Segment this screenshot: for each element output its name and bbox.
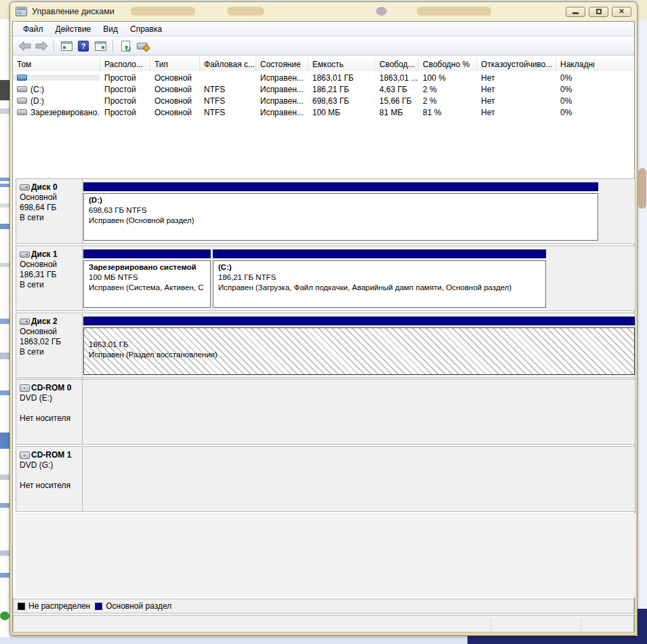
disk-management-window: Управление дисками ✕ Файл Действие Вид С… bbox=[9, 1, 638, 636]
partition-d[interactable]: (D:) 698,63 ГБ NTFS Исправен (Основной р… bbox=[83, 179, 598, 243]
forward-button[interactable] bbox=[34, 39, 49, 54]
menu-help[interactable]: Справка bbox=[124, 22, 168, 36]
disk-2-label[interactable]: Диск 2 Основной 1863,02 ГБ В сети bbox=[16, 313, 83, 378]
minimize-icon bbox=[572, 12, 579, 14]
volume-icon bbox=[17, 86, 27, 92]
column-header-type[interactable]: Тип bbox=[150, 58, 200, 71]
toolbar-separator bbox=[112, 40, 113, 52]
disk-1-graphic: Зарезервировано системой 100 МБ NTFS Исп… bbox=[83, 245, 635, 311]
cdrom-1-row: CD-ROM 1 DVD (G:) Нет носителя bbox=[16, 446, 635, 512]
toolbar: ? ↻ bbox=[13, 37, 634, 56]
disk-0-row: Диск 0 Основной 698,64 ГБ В сети (D:) 69… bbox=[16, 178, 635, 244]
partition-color-bar bbox=[83, 182, 598, 191]
show-action-pane-button[interactable] bbox=[93, 39, 108, 54]
partition-color-bar bbox=[83, 317, 635, 325]
maximize-icon bbox=[596, 9, 602, 14]
column-header-free-pct[interactable]: Свободно % bbox=[419, 58, 477, 71]
column-header-filler bbox=[595, 58, 634, 71]
partition-system-reserved[interactable]: Зарезервировано системой 100 МБ NTFS Исп… bbox=[83, 246, 211, 310]
partition-color-bar bbox=[213, 249, 546, 258]
volume-row-c[interactable]: (C:) Простой Основной NTFS Исправен... 1… bbox=[13, 83, 634, 95]
glass-reflection bbox=[131, 7, 195, 16]
background-smudge bbox=[638, 168, 646, 209]
legend-bar: Не распределен Основной раздел bbox=[13, 599, 634, 613]
menu-file[interactable]: Файл bbox=[17, 22, 49, 36]
forward-arrow-icon bbox=[35, 41, 48, 52]
partition-color-bar bbox=[83, 249, 211, 258]
volume-icon bbox=[17, 109, 27, 115]
column-header-free[interactable]: Свобод... bbox=[375, 58, 419, 71]
back-button[interactable] bbox=[17, 39, 32, 54]
cdrom-1-graphic bbox=[83, 446, 635, 512]
disk-icon bbox=[20, 319, 30, 325]
volume-row-recovery[interactable]: Простой Основной Исправен... 1863,01 ГБ … bbox=[13, 72, 634, 83]
cdrom-icon bbox=[20, 384, 30, 392]
client-area: Файл Действие Вид Справка ? bbox=[12, 21, 635, 632]
minimize-button[interactable] bbox=[566, 7, 585, 17]
primary-partition-color-swatch bbox=[95, 603, 102, 610]
volume-row-system-reserved[interactable]: Зарезервировано... Простой Основной NTFS… bbox=[13, 106, 634, 118]
column-header-fs[interactable]: Файловая с... bbox=[200, 58, 256, 71]
close-button[interactable]: ✕ bbox=[612, 7, 631, 17]
app-icon bbox=[16, 7, 27, 16]
unallocated-color-swatch bbox=[18, 603, 25, 610]
partition-recovery[interactable]: 1863,01 ГБ Исправен (Раздел восстановлен… bbox=[83, 313, 635, 378]
window-title: Управление дисками bbox=[32, 7, 114, 16]
disk-icon bbox=[20, 251, 30, 258]
refresh-icon: ↻ bbox=[121, 41, 130, 52]
disk-1-row: Диск 1 Основной 186,31 ГБ В сети Зарезер… bbox=[16, 245, 635, 311]
help-icon: ? bbox=[78, 41, 89, 52]
column-header-overhead[interactable]: Накладны... bbox=[556, 58, 595, 71]
column-header-capacity[interactable]: Емкость bbox=[308, 58, 375, 71]
cdrom-0-row: CD-ROM 0 DVD (E:) Нет носителя bbox=[16, 379, 635, 445]
cdrom-0-label[interactable]: CD-ROM 0 DVD (E:) Нет носителя bbox=[16, 379, 83, 445]
back-arrow-icon bbox=[18, 41, 31, 52]
disk-2-graphic: 1863,01 ГБ Исправен (Раздел восстановлен… bbox=[83, 313, 635, 378]
disk-0-graphic: (D:) 698,63 ГБ NTFS Исправен (Основной р… bbox=[83, 178, 635, 244]
column-header-status[interactable]: Состояние bbox=[256, 58, 308, 71]
disk-icon bbox=[20, 184, 30, 190]
cdrom-1-label[interactable]: CD-ROM 1 DVD (G:) Нет носителя bbox=[16, 446, 83, 512]
legend-unallocated: Не распределен bbox=[18, 601, 90, 611]
column-header-layout[interactable]: Располо... bbox=[100, 58, 150, 71]
rescan-disks-button[interactable] bbox=[135, 39, 150, 54]
help-button[interactable]: ? bbox=[76, 39, 91, 54]
column-header-fault-tolerance[interactable]: Отказоустойчиво... bbox=[477, 58, 556, 71]
background-taskbar-fragment bbox=[467, 636, 647, 644]
toolbar-separator bbox=[54, 40, 54, 52]
title-bar[interactable]: Управление дисками ✕ bbox=[10, 2, 637, 21]
background-window-right bbox=[638, 0, 647, 644]
volume-list-header: Том Располо... Тип Файловая с... Состоян… bbox=[13, 58, 634, 71]
status-bar-divider bbox=[491, 618, 491, 630]
background-window-left bbox=[0, 0, 9, 644]
action-pane-icon bbox=[95, 41, 106, 51]
menu-bar: Файл Действие Вид Справка bbox=[13, 22, 634, 37]
volume-row-d[interactable]: (D:) Простой Основной NTFS Исправен... 6… bbox=[13, 95, 634, 106]
volume-icon bbox=[17, 98, 27, 104]
menu-action[interactable]: Действие bbox=[49, 22, 98, 36]
refresh-button[interactable]: ↻ bbox=[118, 39, 133, 54]
glass-reflection bbox=[417, 7, 491, 16]
volume-list-pane: Том Располо... Тип Файловая с... Состоян… bbox=[13, 58, 634, 178]
menu-view[interactable]: Вид bbox=[97, 22, 124, 36]
background-navy-fragment bbox=[638, 609, 647, 644]
show-console-tree-button[interactable] bbox=[59, 39, 74, 54]
glass-reflection bbox=[376, 7, 387, 16]
cdrom-icon bbox=[20, 451, 30, 459]
rescan-disks-icon bbox=[137, 43, 148, 49]
maximize-button[interactable] bbox=[589, 7, 608, 17]
glass-reflection bbox=[227, 7, 264, 16]
graph-empty-area bbox=[16, 513, 635, 597]
cdrom-0-graphic bbox=[83, 379, 635, 445]
disk-1-label[interactable]: Диск 1 Основной 186,31 ГБ В сети bbox=[16, 245, 83, 311]
column-header-volume[interactable]: Том bbox=[13, 58, 100, 71]
disk-2-row: Диск 2 Основной 1863,02 ГБ В сети 1863,0… bbox=[16, 313, 635, 378]
status-bar bbox=[13, 615, 634, 632]
console-tree-icon bbox=[61, 41, 72, 51]
legend-primary-partition: Основной раздел bbox=[95, 601, 171, 611]
volume-icon bbox=[17, 75, 27, 81]
partition-c[interactable]: (C:) 186,21 ГБ NTFS Исправен (Загрузка, … bbox=[213, 246, 546, 310]
status-bar-divider bbox=[581, 618, 581, 630]
disk-0-label[interactable]: Диск 0 Основной 698,64 ГБ В сети bbox=[16, 178, 83, 244]
